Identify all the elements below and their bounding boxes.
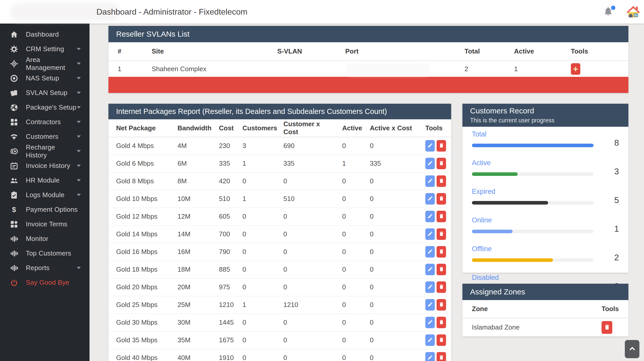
metric-label[interactable]: Online [472, 216, 619, 225]
metric-value: 1 [594, 224, 619, 234]
clipboard-check-icon [10, 190, 19, 200]
pkg-cell-tools [418, 261, 451, 278]
pkg-cell-tools [418, 137, 451, 155]
delete-package-button[interactable] [437, 193, 446, 205]
sidebar-item-crm-setting[interactable]: CRM Setting [0, 42, 90, 56]
edit-package-button[interactable] [425, 193, 435, 205]
metric-label[interactable]: Active [472, 158, 619, 167]
svlan-total-total [455, 77, 505, 93]
pkg-cell-tools [418, 155, 451, 172]
sidebar-item-label: Monitor [26, 235, 48, 243]
edit-package-button[interactable] [425, 175, 435, 187]
sidebar-item-monitor[interactable]: Monitor [0, 231, 90, 246]
trash-icon [439, 302, 444, 308]
sidebar-item-top-customers[interactable]: Top Customers [0, 246, 90, 261]
sidebar-item-svlan-setup[interactable]: SVLAN Setup [0, 86, 90, 100]
edit-package-button[interactable] [425, 299, 435, 311]
sidebar-item-label: Contractors [26, 118, 61, 126]
sidebar-item-invoice-history[interactable]: Invoice History [0, 158, 90, 173]
sidebar-item-area-management[interactable]: Area Management [0, 56, 90, 71]
reseller-svlans-table: #SiteS-VLANPortTotalActiveTools 1 Shahee… [108, 42, 628, 93]
people-icon [10, 176, 19, 185]
progress-fill [472, 201, 548, 205]
sidebar-item-logs-module[interactable]: Logs Module [0, 188, 90, 202]
delete-zone-button[interactable] [602, 321, 612, 334]
sidebar-item-reports[interactable]: Reports [0, 261, 90, 275]
cards-icon [10, 88, 19, 98]
edit-package-button[interactable] [425, 334, 435, 346]
svlan-header-row: #SiteS-VLANPortTotalActiveTools [108, 42, 628, 61]
delete-package-button[interactable] [437, 158, 446, 169]
sidebar-item-label: Recharge History [26, 143, 77, 159]
delete-package-button[interactable] [437, 211, 446, 222]
scroll-to-top-button[interactable] [625, 340, 639, 358]
zones-header-row: ZoneTools [462, 300, 628, 318]
edit-package-button[interactable] [425, 246, 435, 258]
pkg-col-customers: Customers [235, 119, 276, 137]
pkg-cell-tools [418, 349, 451, 361]
equalizer-icon [10, 263, 19, 273]
sidebar-item-label: Top Customers [26, 249, 71, 257]
delete-package-button[interactable] [437, 299, 446, 311]
pencil-icon [427, 355, 433, 361]
metric-label[interactable]: Expired [472, 187, 619, 196]
delete-package-button[interactable] [437, 352, 446, 361]
sidebar-item-nas-setup[interactable]: NAS Setup [0, 71, 90, 86]
sidebar-item-package-s-setup[interactable]: Package's Setup [0, 100, 90, 115]
package-row: Gold 16 Mbps16M7900000 [108, 243, 451, 261]
home-button[interactable] [626, 5, 640, 19]
metric-label[interactable]: Disabled [472, 273, 619, 282]
edit-package-button[interactable] [425, 352, 435, 361]
delete-package-button[interactable] [437, 317, 446, 328]
delete-package-button[interactable] [437, 264, 446, 275]
metric-label[interactable]: Offline [472, 245, 619, 253]
sidebar-item-invoice-terms[interactable]: Invoice Terms [0, 217, 90, 231]
svlan-cell-site: Shaheen Complex [142, 61, 268, 77]
trash-icon [439, 337, 444, 343]
edit-package-button[interactable] [425, 158, 435, 169]
pkg-cell-customer-x-cost: 0 [276, 261, 335, 278]
sidebar-item-hr-module[interactable]: HR Module [0, 173, 90, 188]
sidebar-item-payment-options[interactable]: $Payment Options [0, 202, 90, 217]
edit-package-button[interactable] [425, 228, 435, 240]
customers-record-panel: Customers Record This is the current use… [462, 104, 628, 273]
delete-package-button[interactable] [437, 140, 446, 152]
metric-label[interactable]: Total [472, 130, 619, 139]
svlan-col-active: Active [505, 42, 562, 61]
circle-plus-icon [10, 147, 19, 156]
chevron-down-icon [77, 165, 81, 167]
edit-package-button[interactable] [425, 211, 435, 222]
delete-package-button[interactable] [437, 246, 446, 258]
progress-fill [472, 230, 513, 233]
pkg-cell-net-package: Gold 18 Mbps [108, 261, 170, 278]
sidebar-item-recharge-history[interactable]: Recharge History [0, 144, 90, 158]
delete-package-button[interactable] [437, 281, 446, 293]
pencil-icon [427, 319, 433, 326]
delete-package-button[interactable] [437, 175, 446, 187]
package-row: Gold 25 Mbps25M12101121000 [108, 296, 451, 314]
add-svlan-button[interactable]: + [571, 63, 580, 75]
edit-package-button[interactable] [425, 140, 435, 152]
pkg-cell-bandwidth: 6M [170, 155, 211, 172]
delete-package-button[interactable] [437, 228, 446, 240]
sidebar-item-dashboard[interactable]: Dashboard [0, 27, 90, 42]
pencil-icon [427, 178, 433, 184]
equalizer-icon [10, 249, 19, 258]
grid-icon [10, 118, 19, 127]
delete-package-button[interactable] [437, 334, 446, 346]
sidebar-item-customers[interactable]: Customers [0, 129, 90, 144]
edit-package-button[interactable] [425, 317, 435, 328]
svlan-total-label [108, 77, 455, 93]
metric-total: Total 8 [472, 130, 619, 150]
pkg-cell-customer-x-cost: 335 [276, 155, 335, 172]
notification-dot [611, 6, 615, 10]
metric-value: 8 [594, 138, 619, 148]
sidebar-item-say-good-bye[interactable]: Say Good Bye [0, 275, 90, 290]
packages-header-row: Net PackageBandwidthCostCustomersCustome… [108, 119, 451, 137]
edit-package-button[interactable] [425, 264, 435, 275]
trash-icon [439, 160, 444, 167]
notifications-button[interactable] [603, 6, 615, 18]
edit-package-button[interactable] [425, 281, 435, 293]
sidebar-item-contractors[interactable]: Contractors [0, 115, 90, 129]
pkg-cell-bandwidth: 35M [170, 331, 211, 349]
